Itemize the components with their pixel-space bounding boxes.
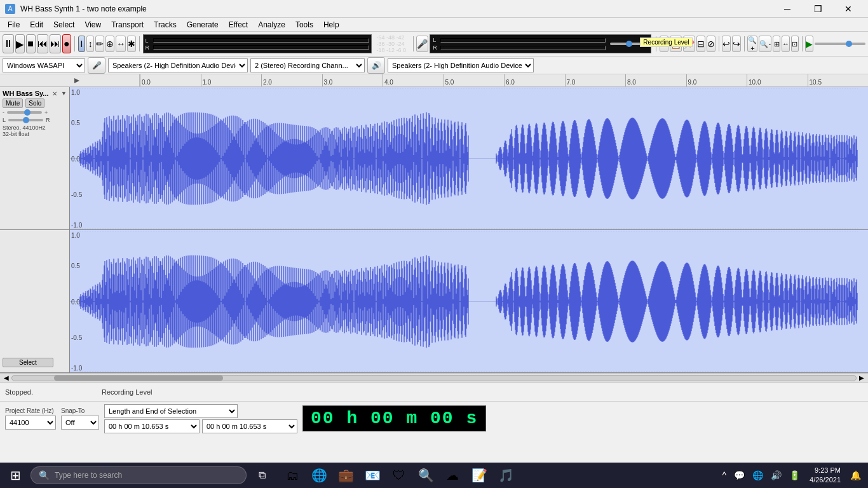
mic-btn[interactable]: 🎤 [88,57,105,74]
task-view-button[interactable]: ⧉ [249,463,275,488]
zoom-toggle[interactable]: ⊡ [791,36,799,52]
menu-view[interactable]: View [79,19,106,30]
tray-battery[interactable]: 🔋 [787,469,802,482]
gain-plus-label: + [44,109,48,116]
mute-button[interactable]: Mute [3,98,23,108]
menu-help[interactable]: Help [318,19,344,30]
sel-end-select[interactable]: 00 h 00 m 10.653 s [202,419,297,433]
output-device-select[interactable]: Speakers (2- High Definition Audio Devic… [108,58,248,72]
taskbar-icon-mail[interactable]: 📧 [360,463,385,488]
sel-start-select[interactable]: 00 h 00 m 10.653 s [104,419,200,433]
undo-button[interactable]: ↩ [722,36,731,52]
trim-button[interactable]: ⊟ [696,36,705,52]
zoom-out-button[interactable]: 🔍- [759,36,771,52]
track-waveform-top[interactable] [70,87,868,229]
tray-network[interactable]: 🌐 [750,469,765,482]
taskbar-icon-edge[interactable]: 🌐 [306,463,332,488]
menu-generate[interactable]: Generate [182,19,224,30]
menu-file[interactable]: File [3,19,25,30]
selection-mode-select[interactable]: Length and End of Selection Start and En… [104,404,238,418]
pause-button[interactable]: ⏸ [3,34,14,53]
taskbar-icon-shield[interactable]: 🛡 [386,463,412,488]
menu-tracks[interactable]: Tracks [149,19,182,30]
menu-effect[interactable]: Effect [224,19,253,30]
taskbar-icon-explorer[interactable]: 🗂 [280,463,305,488]
gain-slider[interactable] [7,111,42,114]
track-waveform-bottom[interactable] [70,230,868,372]
playback-device-select[interactable]: Speakers (2- High Definition Audio Devic… [388,58,534,72]
taskbar-icon-music[interactable]: 🎵 [493,463,519,488]
envelope-tool[interactable]: ↕ [86,36,94,52]
toolbar-row-1: ⏸ ▶ ■ ⏮ ⏭ ● I ↕ ✏ ⊕ ↔ ✱ L R [3,33,865,55]
project-rate-select[interactable]: 44100 48000 96000 [5,416,56,430]
ruler-mark-9: 9.0 [686,74,747,87]
host-select[interactable]: Windows WASAPI [3,58,85,72]
menu-edit[interactable]: Edit [25,19,48,30]
menu-transport[interactable]: Transport [106,19,149,30]
svg-marker-0 [74,78,79,83]
ruler-left-spacer [70,74,140,87]
window-controls: ─ ❒ ✕ [773,0,863,18]
playback-speed-slider[interactable] [815,43,865,45]
ruler-mark-5: 5.0 [444,74,505,87]
menu-tools[interactable]: Tools [290,19,318,30]
selection-tool[interactable]: I [78,36,86,52]
scroll-right-arrow[interactable]: ▶ [857,374,867,381]
scroll-left-arrow[interactable]: ◀ [1,374,11,381]
skip-fwd-button[interactable]: ⏭ [50,34,61,53]
close-button[interactable]: ✕ [834,0,863,18]
speaker-btn[interactable]: 🔊 [367,57,385,74]
menu-select[interactable]: Select [48,19,79,30]
draw-tool[interactable]: ✏ [95,36,104,52]
redo-button[interactable]: ↪ [732,36,741,52]
ruler-mark-10-5: 10.5 [808,74,869,87]
record-meter-container: L R [430,34,651,53]
zoom-fit-project[interactable]: ⊞ [773,36,780,52]
channels-select[interactable]: 2 (Stereo) Recording Chann... [250,58,365,72]
scroll-track[interactable] [11,375,857,381]
timeshift-tool[interactable]: ↔ [116,36,126,52]
recording-level-status: Recording Level [102,388,153,396]
scroll-thumb[interactable] [54,376,223,381]
select-button[interactable]: Select [3,358,53,367]
search-bar[interactable]: 🔍 Type here to search [31,466,247,484]
horizontal-scrollbar[interactable]: ◀ ▶ [0,373,868,382]
track-dropdown-icon[interactable]: ▼ [61,90,67,97]
zoom-tool-btn[interactable]: ⊕ [105,36,114,52]
maximize-button[interactable]: ❒ [803,0,832,18]
skip-back-button[interactable]: ⏮ [37,34,48,53]
tray-chat[interactable]: 💬 [732,469,747,482]
taskbar-icon-onenote[interactable]: 📝 [466,463,492,488]
taskbar-icon-onedrive[interactable]: ☁ [440,463,465,488]
solo-button[interactable]: Solo [25,98,44,108]
status-bar: Stopped. Recording Level [0,382,868,401]
silence-button[interactable]: ⊘ [707,36,715,52]
ruler-mark-2: 2.0 [261,74,322,87]
zoom-fit-width[interactable]: ↔ [782,36,790,52]
playback-R-bar [153,45,369,50]
window-title: WH Bass Synth 1 - two note example [20,4,147,13]
device-toolbar: Windows WASAPI 🎤 Speakers (2- High Defin… [0,57,868,74]
play-button[interactable]: ▶ [15,34,25,53]
bottom-controls: Project Rate (Hz) 44100 48000 96000 Snap… [0,401,868,435]
stop-button[interactable]: ■ [26,34,36,53]
taskbar-icon-search[interactable]: 🔍 [413,463,438,488]
tray-volume[interactable]: 🔊 [769,469,783,482]
zoom-in-button[interactable]: 🔍+ [747,36,757,52]
playback-play-btn[interactable]: ▶ [805,36,813,52]
system-clock[interactable]: 9:23 PM 4/26/2021 [806,464,844,487]
notification-icon[interactable]: 🔔 [848,469,863,482]
snap-to-select[interactable]: Off Bar [61,416,99,430]
track-close-icon[interactable]: ✕ [52,90,57,97]
pan-slider[interactable] [8,119,43,121]
minimize-button[interactable]: ─ [773,0,802,18]
mic-monitor-button[interactable]: 🎤 [416,36,428,52]
start-button[interactable]: ⊞ [0,463,31,488]
record-R-label: R [433,44,439,51]
menu-analyze[interactable]: Analyze [253,19,290,30]
taskbar-icon-store[interactable]: 💼 [333,463,358,488]
multi-tool[interactable]: ✱ [127,36,136,52]
pan-R-label: R [46,117,50,123]
record-button[interactable]: ● [62,34,72,53]
tray-chevron[interactable]: ^ [720,469,728,482]
